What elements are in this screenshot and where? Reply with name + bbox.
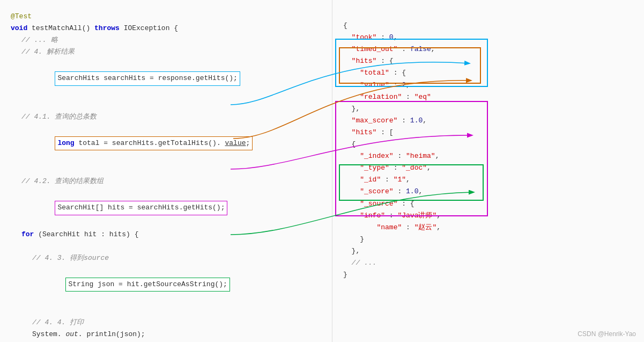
line-comment2: // 4. 解析结果 [11,46,324,58]
line-blank3 [11,241,324,252]
line-method-sig: void testMatchAll() throws IOException { [11,23,324,34]
line-blank1 [11,99,324,111]
line-total: long total = searchHits.getTotalHits(). … [11,125,324,162]
line-comment4: // 4.2. 查询的结果数组 [11,176,324,187]
line-blank2 [11,164,324,176]
json-content: { "took" : 0, "timed_out" : false, "hits… [343,8,633,293]
line-blank4 [11,305,324,317]
line-comment6: // 4. 4. 打印 [11,317,324,329]
left-panel: @Test void testMatchAll() throws IOExcep… [0,0,332,342]
line-for: for (SearchHit hit : hits) { [11,229,324,241]
line-source: String json = hit.getSourceAsString(); [11,266,324,303]
line-hits-array: SearchHit[] hits = searchHits.getHits(); [11,189,324,227]
line-gethits: SearchHits searchHits = response.getHits… [11,60,324,97]
watermark: CSDN @Henrik-Yao [578,330,636,338]
line-comment3: // 4.1. 查询的总条数 [11,111,324,123]
line-comment1: // ... 略 [11,34,324,46]
line-println: System. out. println(json); [11,329,324,340]
line-annotation: @Test [11,11,324,23]
right-panel: { "took" : 0, "timed_out" : false, "hits… [332,0,644,342]
main-container: @Test void testMatchAll() throws IOExcep… [0,0,644,342]
line-comment5: // 4. 3. 得到source [11,252,324,264]
